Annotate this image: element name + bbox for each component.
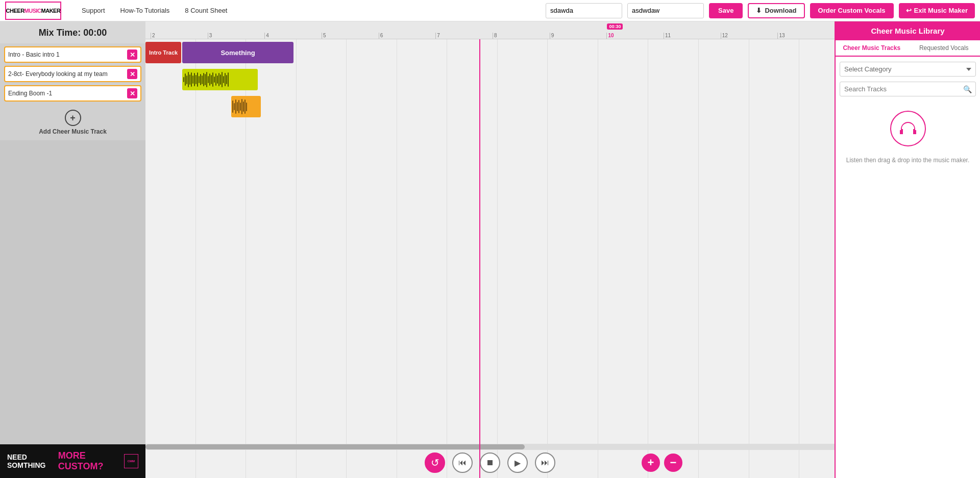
tick-11: 11 <box>664 33 721 39</box>
track-remove-button-1[interactable]: ✕ <box>127 49 137 60</box>
intro-track-block[interactable]: Intro Track <box>145 42 181 63</box>
track-item: ✕ <box>4 46 141 63</box>
project-name-input[interactable] <box>546 3 622 18</box>
right-panel: Cheer Music Library Cheer Music Tracks R… <box>835 21 980 478</box>
tick-10: 10 00:30 <box>606 33 664 39</box>
timeline-ruler: 2 3 4 5 6 7 8 9 10 00:30 11 12 13 <box>145 21 835 39</box>
dnd-hint: Listen then drag & drop into the music m… <box>836 157 980 164</box>
order-vocals-button[interactable]: Order Custom Vocals <box>810 3 894 18</box>
bottom-banner: NEED SOMTHING MORE CUSTOM? CMM <box>0 444 145 478</box>
tab-cheer-music[interactable]: Cheer Music Tracks <box>836 40 908 57</box>
zoom-controls: + − <box>642 454 682 472</box>
stop-button[interactable]: ⏹ <box>480 452 500 473</box>
zoom-out-button[interactable]: − <box>664 454 682 472</box>
headphones-area <box>836 100 980 157</box>
main-layout: Mix Time: 00:00 ✕ ✕ ✕ + Add Cheer Music … <box>0 21 980 478</box>
headphones-icon <box>890 111 926 146</box>
zoom-in-button[interactable]: + <box>642 454 660 472</box>
something-block[interactable]: Something <box>182 42 293 63</box>
fast-forward-button[interactable]: ⏭ <box>535 452 555 473</box>
exit-button[interactable]: ↩ Exit Music Maker <box>899 3 975 18</box>
track-list: ✕ ✕ ✕ <box>0 43 145 105</box>
track-name-input-3[interactable] <box>8 90 124 97</box>
tick-6: 6 <box>379 33 436 39</box>
mix-time-label: Mix Time: <box>39 28 81 38</box>
orange-waveform-block-3[interactable] <box>231 96 261 117</box>
intro-track-label: Intro Track <box>149 49 178 56</box>
track-remove-button-3[interactable]: ✕ <box>127 88 137 98</box>
project-name-input2[interactable] <box>627 3 704 18</box>
tick-9: 9 <box>550 33 607 39</box>
track-item-3: ✕ <box>4 85 141 102</box>
download-icon: ⬇ <box>756 7 762 14</box>
category-select[interactable]: Select Category <box>840 62 976 77</box>
download-button[interactable]: ⬇ Download <box>748 3 804 18</box>
save-button[interactable]: Save <box>709 3 743 18</box>
ruler-ticks: 2 3 4 5 6 7 8 9 10 00:30 11 12 13 <box>145 21 835 39</box>
exit-label: Exit Music Maker <box>914 7 968 14</box>
track-search: 🔍 <box>840 82 976 96</box>
exit-icon: ↩ <box>906 7 912 14</box>
tick-3: 3 <box>208 33 265 39</box>
playhead-time-bubble: 00:30 <box>607 23 623 30</box>
tick-2: 2 <box>151 33 208 39</box>
add-track-button[interactable]: + Add Cheer Music Track <box>0 105 145 140</box>
search-tracks-input[interactable] <box>840 82 976 96</box>
track-item-2: ✕ <box>4 66 141 82</box>
nav-links: Support How-To Tutorials 8 Count Sheet <box>82 7 535 14</box>
nav-inputs: Save ⬇ Download Order Custom Vocals ↩ Ex… <box>546 3 975 18</box>
add-track-icon: + <box>65 110 81 126</box>
add-track-label: Add Cheer Music Track <box>39 128 107 135</box>
search-icon: 🔍 <box>963 85 972 93</box>
banner-text: NEED SOMTHING <box>7 453 54 469</box>
track-name-input-2[interactable] <box>8 70 124 78</box>
track-name-input-1[interactable] <box>8 51 124 58</box>
left-panel: Mix Time: 00:00 ✕ ✕ ✕ + Add Cheer Music … <box>0 21 145 478</box>
tick-7: 7 <box>435 33 493 39</box>
center-area: 2 3 4 5 6 7 8 9 10 00:30 11 12 13 <box>145 21 835 478</box>
mix-time-value: 00:00 <box>83 28 107 38</box>
mix-time-display: Mix Time: 00:00 <box>0 21 145 43</box>
restart-button[interactable]: ↺ <box>425 452 445 473</box>
playback-controls: ↺ ⏮ ⏹ ▶ ⏭ <box>145 447 835 478</box>
nav-tutorials[interactable]: How-To Tutorials <box>120 7 170 14</box>
nav-support[interactable]: Support <box>82 7 105 14</box>
right-panel-header: Cheer Music Library <box>836 21 980 40</box>
tick-8: 8 <box>493 33 550 39</box>
track-remove-button-2[interactable]: ✕ <box>127 69 137 79</box>
tick-12: 12 <box>721 33 778 39</box>
top-nav: CHEERMUSICMAKER Support How-To Tutorials… <box>0 0 980 21</box>
nav-sheet[interactable]: 8 Count Sheet <box>185 7 227 14</box>
rewind-button[interactable]: ⏮ <box>452 452 473 473</box>
right-panel-tabs: Cheer Music Tracks Requested Vocals <box>836 40 980 57</box>
banner-custom-text: MORE CUSTOM? <box>58 450 117 472</box>
tracks-container: Intro Track Something <box>145 39 835 478</box>
tick-5: 5 <box>322 33 379 39</box>
tick-13: 13 <box>777 33 835 39</box>
download-label: Download <box>765 7 796 14</box>
play-button[interactable]: ▶ <box>507 452 528 473</box>
yellow-waveform-block[interactable] <box>182 69 258 90</box>
something-label: Something <box>220 49 255 57</box>
tab-requested-vocals[interactable]: Requested Vocals <box>908 40 981 56</box>
tick-4: 4 <box>264 33 322 39</box>
banner-logo: CMM <box>124 454 138 468</box>
logo: CHEERMUSICMAKER <box>5 2 61 20</box>
